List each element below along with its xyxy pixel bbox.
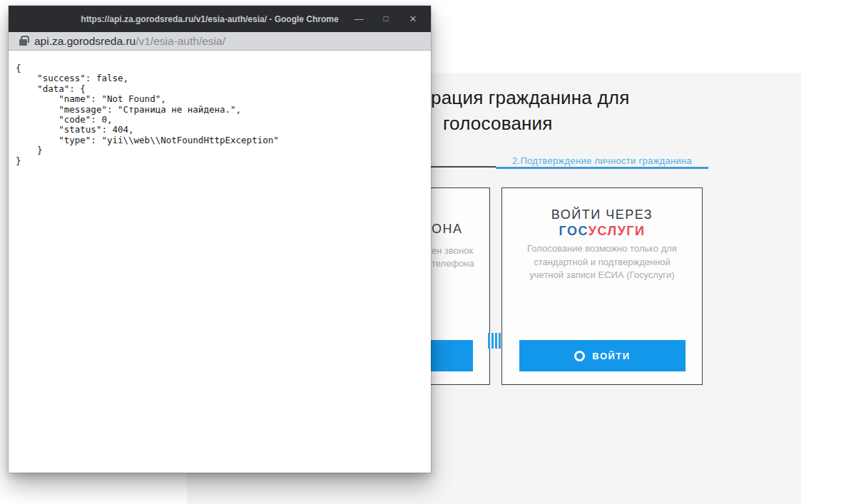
gosuslugi-logo-text: ГОСУСЛУГИ bbox=[502, 224, 702, 239]
url-path: /v1/esia-auth/esia/ bbox=[136, 35, 225, 47]
window-title: https://api.za.gorodsreda.ru/v1/esia-aut… bbox=[74, 14, 345, 24]
window-controls: — □ ✕ bbox=[345, 14, 431, 24]
page-title-line2: голосования bbox=[443, 113, 553, 135]
divider-bar bbox=[499, 333, 501, 349]
close-icon[interactable]: ✕ bbox=[399, 14, 427, 24]
minimize-icon[interactable]: — bbox=[345, 14, 372, 24]
tab-esia-confirmation[interactable]: 2.Подтверждение личности гражданина bbox=[496, 155, 708, 166]
phone-card-desc-fragment-2: телефона bbox=[432, 258, 474, 269]
description-line: Голосование возможно только для bbox=[502, 242, 702, 256]
phone-card-desc-fragment-1: ен звонок bbox=[432, 245, 473, 256]
url-domain: api.za.gorodsreda.ru bbox=[34, 35, 136, 47]
gosuslugi-card-description: Голосование возможно только для стандарт… bbox=[502, 242, 702, 282]
divider-bar bbox=[488, 333, 490, 349]
gosuslugi-ring-icon bbox=[574, 351, 585, 361]
gosuslugi-card-title: ВОЙТИ ЧЕРЕЗ bbox=[502, 207, 702, 222]
json-response-body: { "success": false, "data": { "name": "N… bbox=[9, 51, 431, 166]
gosuslugi-logo-gos: ГОС bbox=[559, 224, 588, 238]
esia-login-button-label: ВОЙТИ bbox=[592, 351, 630, 361]
window-titlebar: https://api.za.gorodsreda.ru/v1/esia-aut… bbox=[9, 6, 431, 32]
divider-bar bbox=[495, 333, 497, 349]
gosuslugi-logo-uslugi: УСЛУГИ bbox=[588, 224, 646, 238]
chrome-popup-window: https://api.za.gorodsreda.ru/v1/esia-aut… bbox=[9, 6, 431, 473]
lock-icon[interactable] bbox=[19, 39, 27, 46]
esia-login-button[interactable]: ВОЙТИ bbox=[519, 340, 686, 371]
phone-card-title-fragment: ОНА bbox=[432, 222, 463, 237]
maximize-icon[interactable]: □ bbox=[372, 14, 399, 24]
description-line: стандартной и подтвержденной bbox=[502, 256, 702, 269]
description-line: учетной записи ЕСИА (Госуслуги) bbox=[502, 269, 702, 282]
tab-esia-underline bbox=[496, 167, 708, 169]
address-bar[interactable]: api.za.gorodsreda.ru/v1/esia-auth/esia/ bbox=[9, 32, 431, 51]
url-text: api.za.gorodsreda.ru/v1/esia-auth/esia/ bbox=[34, 35, 225, 48]
gosuslugi-card: ВОЙТИ ЧЕРЕЗ ГОСУСЛУГИ Голосование возмож… bbox=[501, 187, 703, 385]
page-title-line1: рация гражданина для bbox=[431, 87, 629, 109]
divider-bar bbox=[491, 333, 494, 349]
